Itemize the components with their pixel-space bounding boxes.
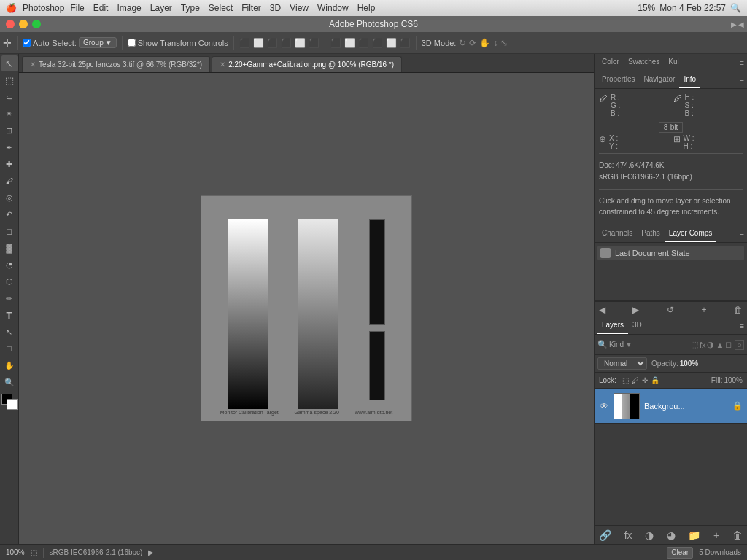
canvas-area[interactable]: ✕ Tesla 32-bit 25pc lanczos 3.tif @ 66.7… (19, 54, 594, 544)
3d-roll-icon[interactable]: ⟳ (469, 38, 476, 48)
lock-position-icon[interactable]: ✛ (642, 376, 648, 384)
blur-tool[interactable]: ◔ (1, 257, 18, 273)
gradient-tool[interactable]: ▓ (1, 240, 18, 256)
status-expand-icon[interactable]: ▶ (148, 548, 154, 556)
tab-3d[interactable]: 3D (628, 318, 646, 334)
distribute-top-icon[interactable]: ⬛ (372, 38, 383, 48)
show-transform-checkbox[interactable] (128, 39, 136, 47)
panel-options-icon[interactable]: ≡ (740, 58, 744, 67)
new-group-button[interactable]: 📁 (688, 529, 700, 541)
close-button[interactable] (6, 20, 15, 28)
new-comp-icon[interactable]: + (701, 305, 706, 315)
filter-icon-5[interactable]: ◻ (725, 340, 732, 349)
maximize-button[interactable] (32, 20, 41, 28)
tab-layer-comps[interactable]: Layer Comps (665, 226, 716, 242)
magic-wand-tool[interactable]: ✴ (1, 106, 18, 122)
blend-mode-select[interactable]: Normal Dissolve (597, 357, 647, 370)
menu-type[interactable]: Type (181, 3, 200, 13)
opacity-value[interactable]: 100% (680, 359, 699, 368)
tab-info[interactable]: Info (679, 72, 700, 88)
tab-color[interactable]: Color (597, 55, 624, 71)
dodge-tool[interactable]: ⬡ (1, 273, 18, 289)
refresh-icon[interactable]: ↺ (667, 305, 674, 315)
menu-filter[interactable]: Filter (241, 3, 261, 13)
filter-icon-1[interactable]: ⬚ (691, 340, 698, 349)
panel-expand-icon[interactable]: ◀ (738, 20, 744, 28)
scroll-next-icon[interactable]: ▶ (632, 305, 639, 315)
shape-tool[interactable]: □ (1, 341, 18, 357)
clone-tool[interactable]: ◎ (1, 190, 18, 206)
distribute-center-icon[interactable]: ⬜ (344, 38, 355, 48)
spotlight-icon[interactable]: 🔍 (730, 3, 741, 13)
3d-pan-icon[interactable]: ✋ (479, 38, 490, 48)
add-style-button[interactable]: fx (624, 529, 632, 541)
brush-tool[interactable]: 🖌 (1, 173, 18, 189)
align-right-icon[interactable]: ⬛ (267, 38, 278, 48)
move-tool[interactable]: ↖ (1, 55, 18, 71)
layer-row[interactable]: 👁 Backgrou... 🔒 (595, 389, 747, 424)
adjustment-layer-button[interactable]: ◕ (667, 529, 676, 541)
tab-paths[interactable]: Paths (637, 226, 665, 242)
distribute-right-icon[interactable]: ⬛ (358, 38, 369, 48)
color-selector[interactable] (1, 394, 18, 410)
3d-slide-icon[interactable]: ↕ (493, 38, 498, 48)
auto-select-dropdown[interactable]: Group ▼ (79, 37, 117, 48)
align-top-icon[interactable]: ⬛ (281, 38, 292, 48)
hand-tool[interactable]: ✋ (1, 357, 18, 373)
minimize-button[interactable] (19, 20, 28, 28)
align-middle-icon[interactable]: ⬜ (295, 38, 306, 48)
path-selection-tool[interactable]: ↖ (1, 324, 18, 340)
new-layer-button[interactable]: + (713, 529, 719, 541)
selection-tool[interactable]: ⬚ (1, 72, 18, 88)
tab-close-icon[interactable]: ✕ (30, 61, 36, 69)
distribute-left-icon[interactable]: ⬛ (330, 38, 341, 48)
fill-value[interactable]: 100% (724, 376, 743, 384)
3d-scale-icon[interactable]: ⤡ (500, 38, 508, 48)
layercomp-item[interactable]: Last Document State (597, 246, 744, 260)
panel-collapse-icon[interactable]: ▶ (731, 20, 737, 28)
align-left-icon[interactable]: ⬛ (239, 38, 250, 48)
align-bottom-icon[interactable]: ⬛ (309, 38, 320, 48)
eyedropper-1-icon[interactable]: 🖊 (599, 93, 608, 104)
layer-visibility-toggle[interactable]: 👁 (599, 401, 609, 411)
lock-all-icon[interactable]: 🔒 (651, 376, 659, 384)
filter-toggle[interactable]: ○ (735, 340, 744, 350)
align-center-icon[interactable]: ⬜ (253, 38, 264, 48)
link-layers-button[interactable]: 🔗 (599, 529, 611, 541)
menu-image[interactable]: Image (117, 3, 141, 13)
add-mask-button[interactable]: ◑ (645, 529, 654, 541)
type-tool[interactable]: T (1, 307, 18, 323)
layers-options-icon[interactable]: ≡ (740, 322, 744, 330)
filter-icon-3[interactable]: ◑ (707, 340, 714, 349)
delete-comp-icon[interactable]: 🗑 (734, 305, 743, 315)
tab-properties[interactable]: Properties (597, 72, 640, 88)
distribute-middle-icon[interactable]: ⬜ (386, 38, 397, 48)
menu-help[interactable]: Help (357, 3, 376, 13)
info-panel-options-icon[interactable]: ≡ (740, 76, 744, 85)
menu-edit[interactable]: Edit (93, 3, 109, 13)
zoom-tool[interactable]: 🔍 (1, 374, 18, 390)
layer-name[interactable]: Backgrou... (644, 402, 728, 411)
menu-file[interactable]: File (70, 3, 84, 13)
heal-tool[interactable]: ✚ (1, 156, 18, 172)
layer-comps-options-icon[interactable]: ≡ (740, 230, 744, 238)
distribute-bottom-icon[interactable]: ⬛ (400, 38, 411, 48)
layers-list[interactable]: 👁 Backgrou... 🔒 (595, 389, 747, 525)
doc-size-icon[interactable]: ⬚ (31, 548, 37, 556)
tab-swatches[interactable]: Swatches (624, 55, 664, 71)
menu-window[interactable]: Window (317, 3, 349, 13)
crop-tool[interactable]: ⊞ (1, 122, 18, 139)
eyedropper-2-icon[interactable]: 🖊 (673, 93, 682, 104)
tab-layers[interactable]: Layers (597, 318, 628, 334)
tab-channels[interactable]: Channels (597, 226, 637, 242)
pen-tool[interactable]: ✏ (1, 290, 18, 306)
menu-layer[interactable]: Layer (150, 3, 172, 13)
tab-close-icon-2[interactable]: ✕ (220, 61, 225, 69)
kind-dropdown-icon[interactable]: ▼ (625, 341, 632, 349)
delete-layer-button[interactable]: 🗑 (732, 529, 743, 541)
apple-menu[interactable]: 🍎 (6, 3, 17, 13)
menu-view[interactable]: View (290, 3, 309, 13)
filter-icon-2[interactable]: fx (700, 341, 706, 349)
tab-calibration[interactable]: ✕ 2.20+Gamma+Calibration.png @ 100% (RGB… (212, 56, 402, 72)
eyedropper-tool[interactable]: ✒ (1, 139, 18, 155)
